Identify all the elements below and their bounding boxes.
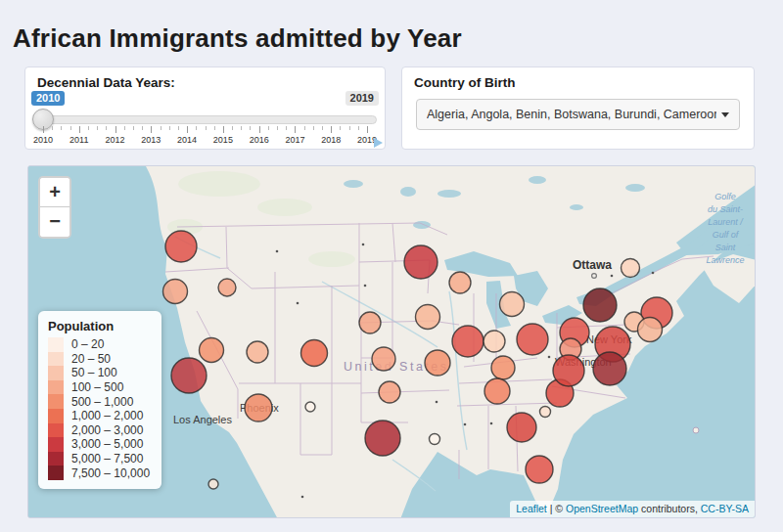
- legend-row: 5,000 – 7,500: [48, 452, 150, 466]
- slider-track[interactable]: [33, 115, 377, 124]
- population-circle[interactable]: [583, 288, 617, 322]
- license-link[interactable]: CC-BY-SA: [701, 503, 749, 514]
- legend-swatch: [48, 394, 64, 409]
- population-circle[interactable]: [372, 347, 395, 371]
- population-circle[interactable]: [301, 340, 328, 367]
- legend-row: 0 – 20: [48, 337, 150, 352]
- population-circle[interactable]: [200, 338, 224, 363]
- slider-tick-label: 2013: [141, 135, 161, 145]
- slider-tick-label: 2010: [33, 135, 53, 145]
- basemap-label-ottawa: Ottawa: [573, 258, 612, 272]
- population-circle[interactable]: [208, 479, 218, 489]
- legend-swatch: [48, 409, 64, 423]
- population-circle[interactable]: [245, 394, 272, 421]
- population-circle[interactable]: [622, 259, 640, 278]
- legend-swatch: [48, 423, 64, 438]
- population-circle[interactable]: [452, 326, 484, 357]
- population-circle[interactable]: [638, 318, 663, 342]
- population-circle[interactable]: [491, 356, 515, 379]
- legend-swatch: [48, 352, 64, 367]
- year-slider[interactable]: 2010 2019 201020112012201320142015201620…: [33, 91, 377, 146]
- population-circle[interactable]: [305, 402, 315, 412]
- legend-label: 7,500 – 10,000: [71, 466, 150, 480]
- legend-label: 20 – 50: [71, 352, 111, 366]
- legend-swatch: [48, 437, 64, 452]
- slider-current-value-badge: 2010: [31, 91, 65, 106]
- legend-title: Population: [48, 319, 150, 333]
- svg-text:Gulf of: Gulf of: [713, 230, 740, 240]
- population-circle[interactable]: [507, 413, 536, 442]
- map-zoom-control: + −: [38, 176, 71, 239]
- country-select-label: Country of Birth: [414, 75, 516, 90]
- page-title: African Immigrants admitted by Year: [13, 23, 462, 54]
- legend-row: 2,000 – 3,000: [48, 423, 150, 438]
- svg-text:Lawrence: Lawrence: [706, 255, 744, 265]
- population-circle[interactable]: [247, 341, 268, 363]
- population-circle[interactable]: [593, 352, 626, 385]
- population-circle[interactable]: [165, 231, 197, 262]
- population-circle[interactable]: [404, 245, 438, 279]
- legend-label: 3,000 – 5,000: [71, 437, 143, 451]
- leaflet-map[interactable]: United States Los Angeles Phoenix Ottawa…: [27, 165, 756, 518]
- population-circle[interactable]: [517, 324, 548, 355]
- population-circle[interactable]: [416, 305, 440, 330]
- legend-row: 1,000 – 2,000: [48, 409, 150, 423]
- zoom-in-button[interactable]: +: [40, 178, 69, 207]
- population-circle[interactable]: [526, 456, 553, 483]
- population-circle[interactable]: [500, 292, 525, 317]
- zoom-out-button[interactable]: −: [40, 207, 69, 237]
- population-circle[interactable]: [359, 312, 381, 333]
- slider-tick-label: 2012: [106, 135, 125, 145]
- legend-label: 500 – 1,000: [71, 395, 133, 409]
- legend-row: 7,500 – 10,000: [48, 466, 150, 480]
- slider-play-icon[interactable]: [374, 138, 383, 148]
- map-attribution: Leaflet | © OpenStreetMap contributors, …: [510, 501, 755, 517]
- slider-tick-label: 2016: [250, 135, 269, 145]
- legend-row: 20 – 50: [48, 352, 150, 367]
- map-legend: Population 0 – 2020 – 5050 – 100100 – 50…: [38, 311, 161, 489]
- population-circle[interactable]: [425, 350, 450, 376]
- legend-row: 500 – 1,000: [48, 394, 150, 409]
- legend-swatch: [48, 380, 64, 395]
- legend-swatch: [48, 337, 64, 352]
- legend-swatch: [48, 466, 64, 480]
- population-circle[interactable]: [171, 358, 207, 393]
- population-circle[interactable]: [553, 355, 584, 386]
- population-circle[interactable]: [484, 331, 505, 352]
- legend-swatch: [48, 452, 64, 466]
- country-select-value: Algeria, Angola, Benin, Botswana, Burund…: [427, 108, 716, 121]
- slider-label: Decennial Data Years:: [37, 75, 175, 90]
- legend-row: 3,000 – 5,000: [48, 437, 150, 452]
- country-select-panel: Country of Birth Algeria, Angola, Benin,…: [401, 66, 755, 150]
- population-circle[interactable]: [484, 378, 510, 404]
- leaflet-link[interactable]: Leaflet: [516, 503, 547, 514]
- population-circle[interactable]: [540, 407, 551, 418]
- slider-tick-label: 2018: [321, 135, 341, 145]
- legend-swatch: [48, 366, 64, 380]
- year-slider-panel: Decennial Data Years: 2010 2019 20102011…: [24, 66, 386, 150]
- legend-label: 100 – 500: [71, 380, 123, 394]
- basemap-label-los-angeles: Los Angeles: [173, 414, 232, 425]
- population-circle[interactable]: [163, 280, 188, 304]
- legend-label: 1,000 – 2,000: [71, 409, 143, 422]
- slider-tick-label: 2015: [213, 135, 233, 145]
- chevron-down-icon: [721, 112, 729, 117]
- svg-text:du Saint-: du Saint-: [708, 204, 743, 214]
- svg-text:Golfe: Golfe: [714, 192, 736, 201]
- slider-tick-label: 2011: [69, 135, 88, 145]
- legend-label: 0 – 20: [71, 337, 104, 351]
- legend-label: 2,000 – 3,000: [71, 423, 143, 437]
- slider-max-value-badge: 2019: [345, 91, 379, 106]
- country-select[interactable]: Algeria, Angola, Benin, Botswana, Burund…: [416, 99, 740, 130]
- legend-label: 50 – 100: [71, 366, 117, 379]
- population-circle[interactable]: [365, 421, 400, 456]
- population-circle[interactable]: [449, 272, 471, 293]
- slider-tick-grid: 2010201120122013201420152016201720182019: [43, 126, 367, 146]
- population-circle[interactable]: [218, 279, 236, 296]
- population-circle[interactable]: [379, 381, 400, 403]
- legend-row: 50 – 100: [48, 366, 150, 380]
- slider-tick-label: 2017: [285, 135, 304, 145]
- population-circle[interactable]: [430, 434, 440, 445]
- legend-row: 100 – 500: [48, 380, 150, 395]
- osm-link[interactable]: OpenStreetMap: [566, 503, 638, 514]
